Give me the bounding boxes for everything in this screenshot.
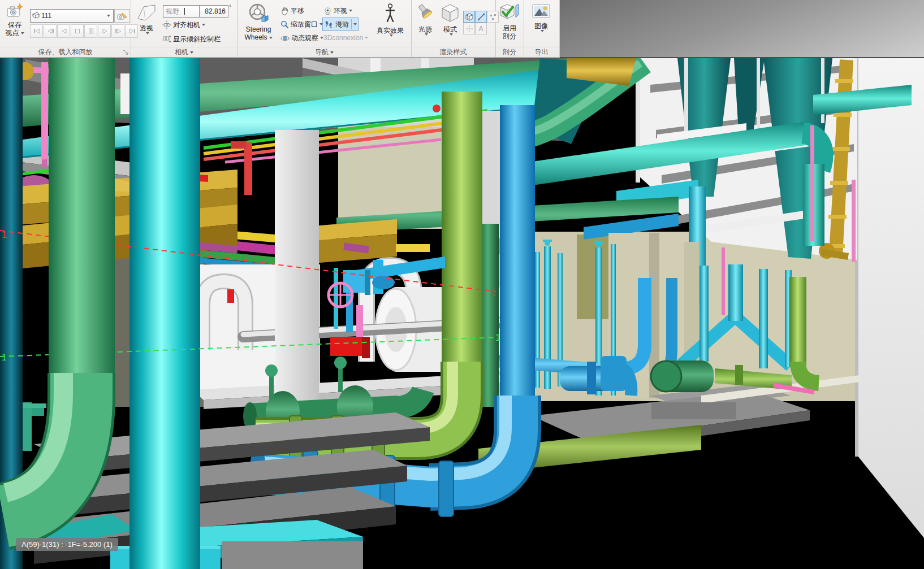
fit-arrows-icon <box>465 25 473 33</box>
render-lines-toggle[interactable] <box>475 11 487 23</box>
section-cube-check-icon <box>499 3 520 23</box>
show-tilt-bar-button[interactable]: 显示倾斜控制栏 <box>162 33 221 45</box>
render-surfaces-toggle[interactable] <box>463 11 475 23</box>
align-camera-button[interactable]: 对齐相机 <box>162 19 205 31</box>
group-navigate: Steering Wheels 平移 缩放窗口 动态观察 环视 <box>238 0 412 57</box>
look-around-icon <box>323 7 332 15</box>
dropdown-arrow-icon <box>269 37 273 39</box>
perspective-button[interactable]: 透视 <box>133 2 160 46</box>
mode-button[interactable]: 模式 <box>438 2 462 46</box>
cube-icon <box>440 3 460 24</box>
line-icon <box>477 13 485 21</box>
render-style-toggles-row2: A <box>463 23 487 34</box>
ribbon: 保存 视点 111 保存、 <box>0 0 560 58</box>
ribbon-empty-area <box>560 0 924 58</box>
tilt-bar-icon <box>162 34 171 44</box>
grid-marker-red-left: 1 <box>2 230 7 240</box>
flashlight-icon <box>416 3 435 24</box>
group-camera: 透视 视野 82.816 ° 对齐相机 显示倾斜控制栏 相机 <box>131 0 238 57</box>
group-save-load-playback: 保存 视点 111 保存、 <box>0 0 131 57</box>
render-text-toggle-disabled: A <box>475 23 487 34</box>
person-icon <box>384 3 396 25</box>
dropdown-arrow-icon <box>349 10 352 12</box>
group-render-style: 光源 模式 A 渲染样式 <box>411 0 496 57</box>
fov-slider[interactable]: 视野 <box>163 5 200 18</box>
group-label-render-style[interactable]: 渲染样式 <box>411 47 495 57</box>
dialog-launcher-icon[interactable] <box>123 50 128 55</box>
footprints-icon <box>324 20 334 28</box>
edit-camera-icon <box>117 11 127 20</box>
steering-wheel-icon <box>248 3 269 24</box>
fov-value-field[interactable]: 82.816 <box>199 5 228 18</box>
group-label-navigate[interactable]: 导航 <box>238 47 411 57</box>
play-button[interactable] <box>98 24 111 38</box>
dropdown-arrow-icon <box>21 32 24 34</box>
magnifier-icon <box>280 20 289 29</box>
dropdown-arrow-icon <box>425 33 428 36</box>
viewpoint-combo[interactable]: 111 <box>30 9 114 23</box>
status-tooltip: A(59)-1(31) : -1F=-5.200 (1) <box>16 538 118 551</box>
hand-pan-icon <box>280 6 289 15</box>
group-export: 图像 导出 <box>524 0 560 57</box>
3dconnexion-button: 3Dconnexion <box>323 32 368 44</box>
dropdown-arrow-icon <box>450 33 453 36</box>
grid-marker-green-left: 1 <box>2 353 7 362</box>
dropdown-arrow-icon <box>365 37 368 39</box>
combo-dropdown-icon <box>107 15 110 17</box>
grid-marker-red-right: 1 <box>491 288 496 297</box>
dropdown-arrow-icon <box>541 30 544 32</box>
dropdown-arrow-icon <box>146 32 149 34</box>
step-back-button[interactable] <box>44 24 57 38</box>
save-viewpoint-button[interactable]: 保存 视点 <box>1 2 28 46</box>
group-label-sectioning[interactable]: 剖分 <box>495 47 524 57</box>
dropdown-arrow-icon <box>390 34 393 37</box>
pan-button[interactable]: 平移 <box>280 5 304 17</box>
skip-to-start-button[interactable] <box>30 24 43 38</box>
wireframe-cube-icon <box>465 13 473 21</box>
zoom-window-button[interactable]: 缩放窗口 <box>280 18 323 31</box>
viewpoint-prism-icon <box>32 12 40 20</box>
render-style-toggles <box>463 11 499 23</box>
grid-marker-green-right: 1 <box>495 333 500 342</box>
play-reverse-button[interactable] <box>57 24 70 38</box>
group-label-export[interactable]: 导出 <box>524 47 559 57</box>
edit-viewpoint-button[interactable] <box>114 9 130 23</box>
fov-slider-thumb[interactable] <box>184 8 185 15</box>
orbit-button[interactable]: 动态观察 <box>280 32 323 44</box>
group-label-save-load-playback[interactable]: 保存、载入和回放 <box>0 47 131 57</box>
snap-points-toggle-disabled <box>463 23 475 34</box>
walk-button[interactable]: 漫游 <box>322 18 359 31</box>
step-forward-button[interactable] <box>111 24 124 38</box>
lighting-button[interactable]: 光源 <box>413 2 437 46</box>
pause-button[interactable] <box>84 24 97 38</box>
playback-controls <box>30 24 139 38</box>
look-around-button[interactable]: 环视 <box>323 5 352 17</box>
align-camera-icon <box>162 20 171 29</box>
viewpoint-name: 111 <box>41 12 51 20</box>
fov-degree-unit: ° <box>229 3 231 10</box>
enable-sectioning-button[interactable]: 启用 剖分 <box>497 2 522 46</box>
steering-wheels-button[interactable]: Steering Wheels <box>240 2 277 46</box>
camera-star-icon <box>7 3 23 20</box>
group-sectioning: 启用 剖分 剖分 <box>495 0 524 57</box>
stop-button[interactable] <box>71 24 84 38</box>
perspective-frustum-icon <box>136 3 157 23</box>
image-icon <box>532 3 550 21</box>
orbit-icon <box>280 34 290 42</box>
viewport-3d-scene[interactable]: 1 1 1 1 <box>0 58 924 569</box>
group-label-camera[interactable]: 相机 <box>131 47 238 57</box>
dropdown-arrow-icon <box>202 24 205 26</box>
realistic-effects-button[interactable]: 真实效果 <box>372 2 408 46</box>
walk-dropdown-icon[interactable] <box>353 23 357 25</box>
export-image-button[interactable]: 图像 <box>529 2 553 46</box>
